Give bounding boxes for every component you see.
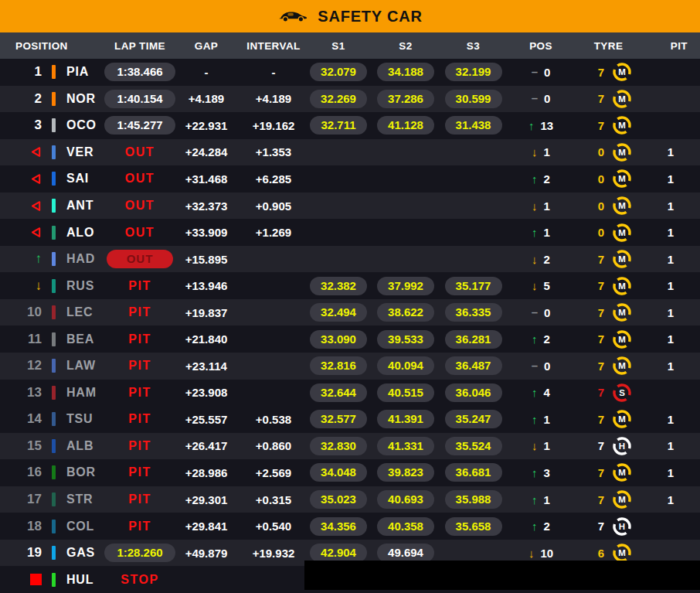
- position-cell: 2: [0, 86, 46, 113]
- s2-cell: [371, 219, 440, 246]
- s3-cell: 36.335: [440, 299, 506, 326]
- s2-cell: 37.286: [371, 86, 440, 113]
- s3-cell: [440, 139, 506, 166]
- interval-value: +4.189: [256, 92, 291, 105]
- position-change-cell: ↑3: [506, 459, 576, 486]
- driver-code: ALB: [66, 439, 93, 453]
- team-color-bar: [52, 172, 56, 186]
- laptime-status: OUT: [125, 145, 155, 159]
- laptime-status: PIT: [128, 520, 151, 533]
- driver-cell: HAM: [60, 380, 108, 407]
- position-change-cell: –0: [506, 59, 576, 86]
- s2-time-pill: 40.693: [377, 490, 434, 509]
- pit-count: 1: [668, 172, 674, 186]
- pit-count: 1: [668, 199, 674, 213]
- s2-cell: [371, 246, 440, 273]
- laptime-cell: STOP: [108, 566, 172, 593]
- s2-cell: [371, 193, 440, 220]
- s1-cell: 32.816: [306, 353, 371, 380]
- gap-cell: +23.114: [172, 353, 241, 380]
- s1-cell: [306, 246, 371, 273]
- driver-cell: PIA: [60, 59, 108, 86]
- driver-cell: ANT: [60, 193, 108, 220]
- pit-count: 1: [668, 253, 674, 266]
- s2-cell: 37.992: [371, 272, 440, 299]
- col-gap: GAP: [172, 40, 241, 52]
- s1-cell: [306, 193, 371, 220]
- interval-value: +0.540: [256, 520, 291, 533]
- s3-time-pill: 35.524: [445, 437, 502, 455]
- interval-value: +19.162: [253, 119, 295, 132]
- interval-cell: +0.538: [241, 406, 306, 433]
- position-change-cell: ↑1: [506, 406, 576, 433]
- driver-code: ANT: [66, 199, 93, 213]
- tyre-cell: 7M: [576, 406, 641, 433]
- pit-cell: 1: [641, 486, 700, 513]
- s1-time-pill: 32.382: [310, 277, 367, 295]
- laptime-status: OUT: [125, 199, 155, 213]
- driver-code: BOR: [66, 465, 96, 479]
- s3-cell: 31.438: [440, 112, 506, 139]
- team-color-bar: [52, 305, 56, 319]
- laptime-cell: PIT: [108, 406, 172, 433]
- laptime-cell: 1:40.154: [108, 86, 172, 113]
- gap-value: +23.908: [185, 386, 228, 399]
- position-cell: [0, 165, 46, 193]
- col-position: POSITION: [0, 40, 108, 52]
- position-cell: 10: [0, 299, 46, 326]
- position-number: 1: [35, 64, 42, 80]
- position-cell: 17: [0, 486, 46, 513]
- timing-row: ↑HADOUT+15.895↓27M1: [0, 246, 700, 273]
- team-color-bar: [52, 492, 56, 506]
- s2-cell: [371, 139, 440, 166]
- svg-text:M: M: [618, 308, 626, 317]
- team-color-bar: [52, 279, 56, 293]
- s3-time-pill: 36.681: [445, 463, 502, 482]
- col-s1: S1: [306, 40, 371, 52]
- gap-value: +24.284: [185, 145, 228, 158]
- driver-code: LEC: [66, 305, 93, 319]
- team-color-cell: [46, 59, 60, 86]
- team-color-cell: [46, 299, 60, 326]
- s1-time-pill: 32.711: [310, 116, 367, 135]
- tyre-compound-icon: M: [612, 302, 632, 322]
- laptime-status: PIT: [128, 465, 151, 479]
- tyre-compound-icon: M: [612, 329, 632, 349]
- tyre-compound-icon: M: [612, 276, 632, 296]
- position-cell: ↑: [0, 246, 46, 273]
- driver-code: STR: [66, 492, 93, 506]
- gap-cell: +13.946: [172, 272, 241, 299]
- position-change-value: 1: [544, 413, 550, 426]
- gain-arrow-icon: ↑: [532, 520, 538, 533]
- tyre-cell: 7M: [576, 459, 641, 486]
- position-change-value: 1: [544, 199, 550, 213]
- no-change-icon: –: [532, 305, 538, 319]
- tyre-cell: 7M: [576, 353, 641, 380]
- interval-cell: [241, 299, 306, 326]
- driver-cell: VER: [60, 139, 108, 166]
- tyre-laps-count: 0: [589, 226, 604, 239]
- pit-cell: [641, 112, 700, 139]
- f1-live-timing-screen: SAFETY CAR POSITION LAP TIME GAP INTERVA…: [0, 0, 700, 593]
- team-color-bar: [52, 199, 56, 213]
- driver-code: GAS: [66, 546, 95, 560]
- laptime-status: PIT: [128, 359, 151, 373]
- driver-code: PIA: [66, 65, 89, 79]
- position-number: 19: [27, 545, 42, 561]
- position-change-cell: ↑1: [506, 219, 576, 246]
- s1-cell: 32.079: [306, 59, 371, 86]
- driver-cell: HAD: [60, 246, 108, 273]
- driver-cell: RUS: [60, 272, 108, 299]
- laptime-cell: PIT: [108, 486, 172, 513]
- safety-car-icon: [277, 9, 308, 23]
- tyre-compound-icon: M: [612, 142, 632, 162]
- s1-time-pill: 32.577: [310, 410, 367, 428]
- pit-cell: 1: [641, 325, 700, 353]
- position-change-value: 2: [544, 520, 550, 533]
- s3-cell: 32.199: [440, 59, 506, 86]
- col-interval: INTERVAL: [241, 40, 306, 52]
- position-change-value: 1: [544, 226, 550, 239]
- gap-value: +28.986: [185, 466, 228, 479]
- s2-cell: 41.391: [371, 406, 440, 433]
- s2-time-pill: 37.286: [377, 90, 434, 108]
